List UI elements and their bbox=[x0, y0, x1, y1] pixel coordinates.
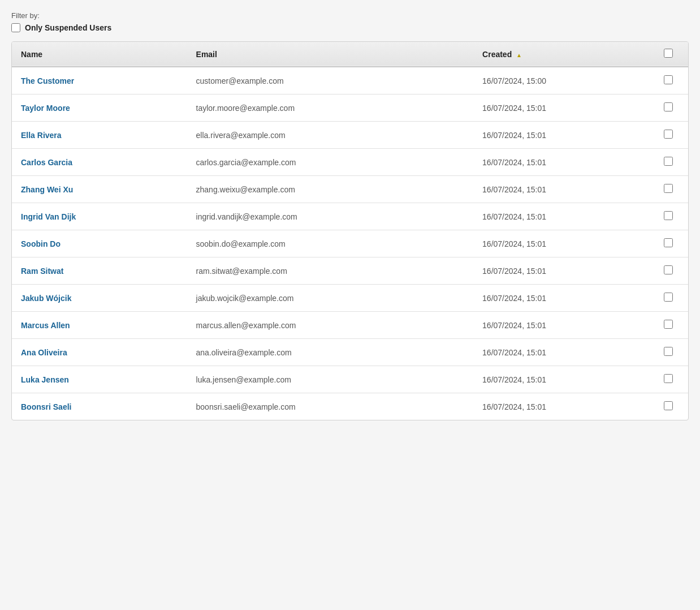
row-select-checkbox[interactable] bbox=[664, 75, 673, 84]
cell-name: Boonsri Saeli bbox=[12, 393, 187, 420]
cell-name: Zhang Wei Xu bbox=[12, 176, 187, 203]
filter-checkbox-row: Only Suspended Users bbox=[11, 23, 689, 32]
cell-name: Marcus Allen bbox=[12, 312, 187, 339]
row-select-checkbox[interactable] bbox=[664, 238, 673, 247]
select-all-checkbox[interactable] bbox=[664, 49, 673, 58]
column-header-name[interactable]: Name bbox=[12, 42, 187, 67]
row-select-checkbox[interactable] bbox=[664, 265, 673, 274]
filter-section: Filter by: Only Suspended Users bbox=[11, 11, 689, 32]
cell-created: 16/07/2024, 15:01 bbox=[473, 312, 649, 339]
user-name-link[interactable]: Jakub Wójcik bbox=[21, 294, 71, 303]
cell-created: 16/07/2024, 15:01 bbox=[473, 176, 649, 203]
cell-created: 16/07/2024, 15:01 bbox=[473, 339, 649, 366]
table-row: The Customercustomer@example.com16/07/20… bbox=[12, 67, 688, 94]
cell-select bbox=[649, 393, 688, 420]
column-header-email[interactable]: Email bbox=[187, 42, 474, 67]
cell-select bbox=[649, 94, 688, 122]
row-select-checkbox[interactable] bbox=[664, 211, 673, 220]
sort-ascending-icon: ▲ bbox=[516, 52, 522, 58]
cell-created: 16/07/2024, 15:01 bbox=[473, 203, 649, 230]
row-select-checkbox[interactable] bbox=[664, 401, 673, 410]
table-row: Zhang Wei Xuzhang.weixu@example.com16/07… bbox=[12, 176, 688, 203]
cell-name: Carlos Garcia bbox=[12, 149, 187, 176]
cell-created: 16/07/2024, 15:00 bbox=[473, 67, 649, 94]
row-select-checkbox[interactable] bbox=[664, 102, 673, 111]
row-select-checkbox[interactable] bbox=[664, 374, 673, 383]
cell-name: Ram Sitwat bbox=[12, 257, 187, 285]
user-name-link[interactable]: Marcus Allen bbox=[21, 321, 70, 330]
user-name-link[interactable]: Carlos Garcia bbox=[21, 158, 72, 167]
cell-created: 16/07/2024, 15:01 bbox=[473, 94, 649, 122]
filter-label: Filter by: bbox=[11, 11, 689, 20]
cell-email: zhang.weixu@example.com bbox=[187, 176, 474, 203]
table-row: Ram Sitwatram.sitwat@example.com16/07/20… bbox=[12, 257, 688, 285]
cell-email: marcus.allen@example.com bbox=[187, 312, 474, 339]
table-row: Boonsri Saeliboonsri.saeli@example.com16… bbox=[12, 393, 688, 420]
cell-created: 16/07/2024, 15:01 bbox=[473, 285, 649, 312]
table-row: Jakub Wójcikjakub.wojcik@example.com16/0… bbox=[12, 285, 688, 312]
cell-select bbox=[649, 257, 688, 285]
cell-created: 16/07/2024, 15:01 bbox=[473, 393, 649, 420]
cell-select bbox=[649, 285, 688, 312]
user-name-link[interactable]: Ram Sitwat bbox=[21, 267, 63, 276]
cell-created: 16/07/2024, 15:01 bbox=[473, 149, 649, 176]
user-name-link[interactable]: Ingrid Van Dijk bbox=[21, 212, 76, 221]
table-body: The Customercustomer@example.com16/07/20… bbox=[12, 67, 688, 420]
row-select-checkbox[interactable] bbox=[664, 347, 673, 356]
table-row: Ana Oliveiraana.oliveira@example.com16/0… bbox=[12, 339, 688, 366]
table-row: Marcus Allenmarcus.allen@example.com16/0… bbox=[12, 312, 688, 339]
users-table: Name Email Created ▲ The Customercustome… bbox=[12, 42, 688, 420]
user-name-link[interactable]: Taylor Moore bbox=[21, 104, 70, 113]
cell-name: Ingrid Van Dijk bbox=[12, 203, 187, 230]
cell-select bbox=[649, 203, 688, 230]
table-header-row: Name Email Created ▲ bbox=[12, 42, 688, 67]
row-select-checkbox[interactable] bbox=[664, 320, 673, 329]
cell-select bbox=[649, 339, 688, 366]
cell-email: luka.jensen@example.com bbox=[187, 366, 474, 393]
user-name-link[interactable]: Zhang Wei Xu bbox=[21, 185, 73, 194]
user-name-link[interactable]: Ella Rivera bbox=[21, 131, 62, 140]
table-row: Luka Jensenluka.jensen@example.com16/07/… bbox=[12, 366, 688, 393]
cell-select bbox=[649, 230, 688, 257]
cell-email: carlos.garcia@example.com bbox=[187, 149, 474, 176]
user-name-link[interactable]: Boonsri Saeli bbox=[21, 402, 71, 411]
cell-email: soobin.do@example.com bbox=[187, 230, 474, 257]
cell-name: The Customer bbox=[12, 67, 187, 94]
cell-created: 16/07/2024, 15:01 bbox=[473, 257, 649, 285]
table-row: Ella Riveraella.rivera@example.com16/07/… bbox=[12, 122, 688, 149]
cell-email: jakub.wojcik@example.com bbox=[187, 285, 474, 312]
row-select-checkbox[interactable] bbox=[664, 184, 673, 193]
column-header-created[interactable]: Created ▲ bbox=[473, 42, 649, 67]
cell-email: ella.rivera@example.com bbox=[187, 122, 474, 149]
users-table-wrapper: Name Email Created ▲ The Customercustome… bbox=[11, 41, 689, 420]
row-select-checkbox[interactable] bbox=[664, 293, 673, 302]
cell-created: 16/07/2024, 15:01 bbox=[473, 230, 649, 257]
cell-name: Ana Oliveira bbox=[12, 339, 187, 366]
cell-email: boonsri.saeli@example.com bbox=[187, 393, 474, 420]
cell-select bbox=[649, 176, 688, 203]
cell-name: Luka Jensen bbox=[12, 366, 187, 393]
cell-email: ana.oliveira@example.com bbox=[187, 339, 474, 366]
only-suspended-label[interactable]: Only Suspended Users bbox=[25, 23, 111, 32]
user-name-link[interactable]: Luka Jensen bbox=[21, 375, 69, 384]
table-row: Carlos Garciacarlos.garcia@example.com16… bbox=[12, 149, 688, 176]
cell-email: customer@example.com bbox=[187, 67, 474, 94]
cell-select bbox=[649, 122, 688, 149]
user-name-link[interactable]: Ana Oliveira bbox=[21, 348, 67, 357]
cell-select bbox=[649, 366, 688, 393]
user-name-link[interactable]: The Customer bbox=[21, 76, 74, 85]
cell-name: Soobin Do bbox=[12, 230, 187, 257]
table-row: Soobin Dosoobin.do@example.com16/07/2024… bbox=[12, 230, 688, 257]
cell-email: ingrid.vandijk@example.com bbox=[187, 203, 474, 230]
cell-email: taylor.moore@example.com bbox=[187, 94, 474, 122]
column-header-select-all bbox=[649, 42, 688, 67]
only-suspended-checkbox[interactable] bbox=[11, 23, 20, 32]
row-select-checkbox[interactable] bbox=[664, 130, 673, 139]
cell-name: Ella Rivera bbox=[12, 122, 187, 149]
row-select-checkbox[interactable] bbox=[664, 157, 673, 166]
cell-created: 16/07/2024, 15:01 bbox=[473, 366, 649, 393]
cell-email: ram.sitwat@example.com bbox=[187, 257, 474, 285]
cell-select bbox=[649, 312, 688, 339]
cell-select bbox=[649, 149, 688, 176]
user-name-link[interactable]: Soobin Do bbox=[21, 239, 61, 248]
